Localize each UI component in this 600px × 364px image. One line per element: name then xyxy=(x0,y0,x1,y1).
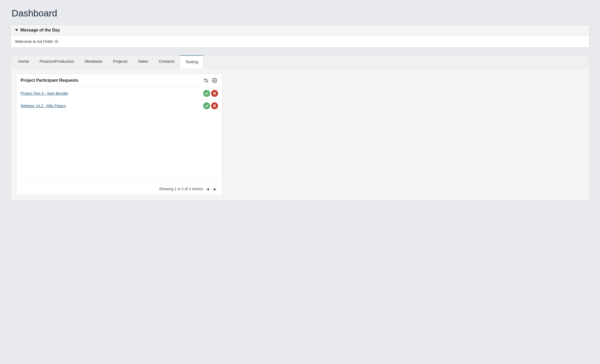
tab-finance-production[interactable]: Finance/Production xyxy=(34,55,80,68)
motd-header[interactable]: Message of the Day xyxy=(11,25,589,35)
accept-button[interactable] xyxy=(203,90,210,97)
request-row: Project Test 3 - Sam Bender xyxy=(16,87,222,100)
prev-page-button[interactable]: ◀ xyxy=(205,186,211,192)
tabs-content: Project Participant Requests xyxy=(11,68,589,201)
motd-panel: Message of the Day Welcome to Ad Orbit! … xyxy=(11,25,589,48)
widget-body: Project Test 3 - Sam BenderRelease 14.2 … xyxy=(16,87,222,183)
pagination-text: Showing 1 to 2 of 2 entries xyxy=(159,187,203,191)
request-link[interactable]: Release 14.2 - Allie Pataro xyxy=(21,104,66,108)
gear-icon xyxy=(212,78,217,83)
next-page-button[interactable]: ▶ xyxy=(212,186,218,192)
widget-footer: Showing 1 to 2 of 2 entries ◀ ▶ xyxy=(16,183,222,195)
project-participant-requests-widget: Project Participant Requests xyxy=(16,74,222,195)
refresh-button[interactable] xyxy=(203,77,210,84)
collapse-triangle-icon xyxy=(15,29,18,31)
page-title: Dashboard xyxy=(11,8,589,19)
tab-projects[interactable]: Projects xyxy=(108,55,133,68)
decline-button[interactable] xyxy=(211,102,218,109)
widget-title: Project Participant Requests xyxy=(21,78,78,83)
svg-point-0 xyxy=(214,80,215,81)
motd-body: Welcome to Ad Orbit! :D xyxy=(11,35,589,47)
widget-actions xyxy=(203,77,218,84)
tab-testing[interactable]: Testing xyxy=(180,55,204,68)
widget-header: Project Participant Requests xyxy=(16,74,222,87)
tabs-panel: HomeFinance/ProductionMetabaseProjectsSa… xyxy=(11,55,589,201)
decline-button[interactable] xyxy=(211,90,218,97)
settings-button[interactable] xyxy=(211,77,218,84)
motd-header-label: Message of the Day xyxy=(20,28,60,33)
tabs-nav: HomeFinance/ProductionMetabaseProjectsSa… xyxy=(11,55,589,68)
tab-contacts[interactable]: Contacts xyxy=(153,55,180,68)
row-actions xyxy=(203,90,218,97)
refresh-icon xyxy=(203,78,209,83)
tab-metabase[interactable]: Metabase xyxy=(79,55,108,68)
tab-home[interactable]: Home xyxy=(13,55,34,68)
request-link[interactable]: Project Test 3 - Sam Bender xyxy=(21,91,68,95)
accept-button[interactable] xyxy=(203,102,210,109)
row-actions xyxy=(203,102,218,109)
tab-sales[interactable]: Sales xyxy=(133,55,153,68)
request-row: Release 14.2 - Allie Pataro xyxy=(16,100,222,112)
